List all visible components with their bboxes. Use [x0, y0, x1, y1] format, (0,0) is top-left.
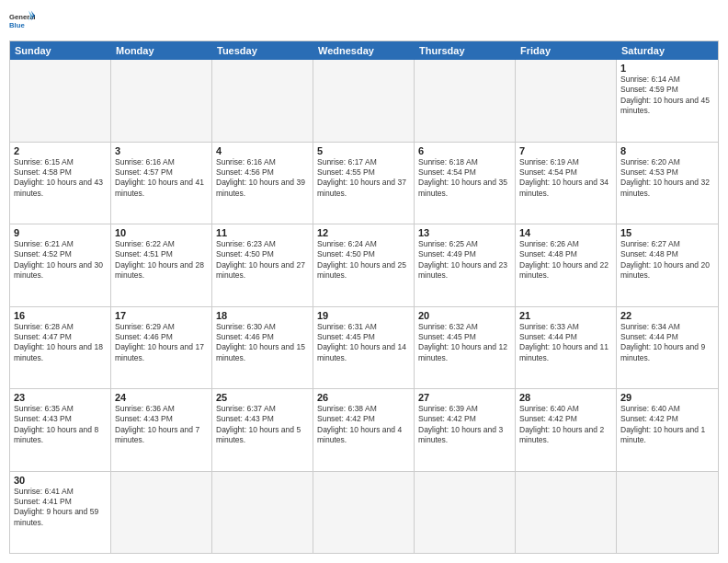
cell-info: Sunrise: 6:28 AM Sunset: 4:47 PM Dayligh…: [14, 322, 107, 364]
cell-info: Sunrise: 6:39 AM Sunset: 4:42 PM Dayligh…: [418, 404, 511, 446]
calendar-cell: 7Sunrise: 6:19 AM Sunset: 4:54 PM Daylig…: [516, 143, 617, 224]
cell-info: Sunrise: 6:31 AM Sunset: 4:45 PM Dayligh…: [317, 322, 410, 364]
page: General Blue SundayMondayTuesdayWednesda…: [0, 0, 728, 563]
day-header-tuesday: Tuesday: [212, 41, 313, 60]
calendar-cell: 20Sunrise: 6:32 AM Sunset: 4:45 PM Dayli…: [415, 307, 516, 389]
cell-info: Sunrise: 6:34 AM Sunset: 4:44 PM Dayligh…: [620, 322, 714, 364]
calendar-cell: 8Sunrise: 6:20 AM Sunset: 4:53 PM Daylig…: [617, 143, 718, 224]
cell-date: 8: [620, 145, 714, 156]
cell-date: 11: [216, 227, 309, 238]
cell-info: Sunrise: 6:40 AM Sunset: 4:42 PM Dayligh…: [620, 404, 714, 446]
calendar-cell: 6Sunrise: 6:18 AM Sunset: 4:54 PM Daylig…: [415, 143, 516, 224]
calendar-cell: 24Sunrise: 6:36 AM Sunset: 4:43 PM Dayli…: [111, 389, 212, 471]
cell-date: 2: [14, 145, 107, 156]
cell-info: Sunrise: 6:29 AM Sunset: 4:46 PM Dayligh…: [115, 322, 208, 364]
cell-date: 3: [115, 145, 208, 156]
cell-info: Sunrise: 6:16 AM Sunset: 4:57 PM Dayligh…: [115, 157, 208, 200]
calendar-body: 1Sunrise: 6:14 AM Sunset: 4:59 PM Daylig…: [10, 60, 718, 553]
cell-info: Sunrise: 6:36 AM Sunset: 4:43 PM Dayligh…: [115, 404, 208, 446]
calendar-cell: 25Sunrise: 6:37 AM Sunset: 4:43 PM Dayli…: [212, 389, 313, 471]
calendar-cell: 26Sunrise: 6:38 AM Sunset: 4:42 PM Dayli…: [313, 389, 415, 471]
cell-info: Sunrise: 6:17 AM Sunset: 4:55 PM Dayligh…: [317, 157, 410, 200]
calendar-cell: [415, 472, 516, 554]
cell-info: Sunrise: 6:23 AM Sunset: 4:50 PM Dayligh…: [216, 239, 309, 282]
calendar-cell: [111, 472, 212, 554]
calendar-row: 30Sunrise: 6:41 AM Sunset: 4:41 PM Dayli…: [10, 472, 718, 554]
cell-date: 10: [115, 227, 208, 238]
cell-date: 26: [317, 392, 410, 403]
cell-date: 13: [418, 227, 511, 238]
cell-info: Sunrise: 6:19 AM Sunset: 4:54 PM Dayligh…: [519, 157, 612, 200]
calendar-cell: [111, 60, 212, 142]
day-header-wednesday: Wednesday: [313, 41, 415, 60]
calendar-cell: 13Sunrise: 6:25 AM Sunset: 4:49 PM Dayli…: [415, 224, 516, 306]
cell-date: 1: [620, 63, 714, 74]
calendar-row: 23Sunrise: 6:35 AM Sunset: 4:43 PM Dayli…: [10, 389, 718, 472]
cell-info: Sunrise: 6:20 AM Sunset: 4:53 PM Dayligh…: [620, 157, 714, 200]
calendar-cell: 29Sunrise: 6:40 AM Sunset: 4:42 PM Dayli…: [617, 389, 718, 471]
calendar-cell: 23Sunrise: 6:35 AM Sunset: 4:43 PM Dayli…: [10, 389, 111, 471]
cell-info: Sunrise: 6:41 AM Sunset: 4:41 PM Dayligh…: [14, 487, 107, 529]
cell-info: Sunrise: 6:37 AM Sunset: 4:43 PM Dayligh…: [216, 404, 309, 446]
cell-date: 6: [418, 145, 511, 156]
cell-info: Sunrise: 6:16 AM Sunset: 4:56 PM Dayligh…: [216, 157, 309, 200]
cell-date: 24: [115, 392, 208, 403]
calendar-cell: 22Sunrise: 6:34 AM Sunset: 4:44 PM Dayli…: [617, 307, 718, 389]
calendar-cell: [516, 472, 617, 554]
calendar-cell: 14Sunrise: 6:26 AM Sunset: 4:48 PM Dayli…: [516, 224, 617, 306]
cell-date: 27: [418, 392, 511, 403]
cell-info: Sunrise: 6:30 AM Sunset: 4:46 PM Dayligh…: [216, 322, 309, 364]
cell-date: 23: [14, 392, 107, 403]
day-headers: SundayMondayTuesdayWednesdayThursdayFrid…: [10, 41, 718, 60]
calendar-cell: [212, 472, 313, 554]
calendar-cell: [212, 60, 313, 142]
cell-date: 19: [317, 310, 410, 321]
calendar-row: 9Sunrise: 6:21 AM Sunset: 4:52 PM Daylig…: [10, 224, 718, 307]
day-header-sunday: Sunday: [10, 41, 111, 60]
calendar-cell: 18Sunrise: 6:30 AM Sunset: 4:46 PM Dayli…: [212, 307, 313, 389]
calendar-cell: [617, 472, 718, 554]
calendar-cell: 16Sunrise: 6:28 AM Sunset: 4:47 PM Dayli…: [10, 307, 111, 389]
logo-icon: General Blue: [9, 9, 35, 35]
calendar-cell: [313, 60, 415, 142]
calendar-cell: 19Sunrise: 6:31 AM Sunset: 4:45 PM Dayli…: [313, 307, 415, 389]
cell-info: Sunrise: 6:26 AM Sunset: 4:48 PM Dayligh…: [519, 239, 612, 282]
day-header-monday: Monday: [111, 41, 212, 60]
cell-info: Sunrise: 6:32 AM Sunset: 4:45 PM Dayligh…: [418, 322, 511, 364]
cell-info: Sunrise: 6:22 AM Sunset: 4:51 PM Dayligh…: [115, 239, 208, 282]
cell-date: 17: [115, 310, 208, 321]
cell-date: 12: [317, 227, 410, 238]
header: General Blue: [9, 9, 719, 35]
cell-info: Sunrise: 6:27 AM Sunset: 4:48 PM Dayligh…: [620, 239, 714, 282]
calendar-cell: 27Sunrise: 6:39 AM Sunset: 4:42 PM Dayli…: [415, 389, 516, 471]
calendar-cell: 3Sunrise: 6:16 AM Sunset: 4:57 PM Daylig…: [111, 143, 212, 224]
calendar-cell: [415, 60, 516, 142]
cell-date: 22: [620, 310, 714, 321]
cell-date: 15: [620, 227, 714, 238]
cell-info: Sunrise: 6:24 AM Sunset: 4:50 PM Dayligh…: [317, 239, 410, 282]
cell-date: 25: [216, 392, 309, 403]
calendar-cell: 28Sunrise: 6:40 AM Sunset: 4:42 PM Dayli…: [516, 389, 617, 471]
cell-info: Sunrise: 6:18 AM Sunset: 4:54 PM Dayligh…: [418, 157, 511, 200]
cell-date: 16: [14, 310, 107, 321]
calendar-cell: 10Sunrise: 6:22 AM Sunset: 4:51 PM Dayli…: [111, 224, 212, 306]
cell-date: 29: [620, 392, 714, 403]
cell-info: Sunrise: 6:33 AM Sunset: 4:44 PM Dayligh…: [519, 322, 612, 364]
cell-date: 4: [216, 145, 309, 156]
day-header-saturday: Saturday: [617, 41, 718, 60]
cell-date: 18: [216, 310, 309, 321]
calendar-cell: 2Sunrise: 6:15 AM Sunset: 4:58 PM Daylig…: [10, 143, 111, 224]
calendar-cell: [516, 60, 617, 142]
cell-info: Sunrise: 6:35 AM Sunset: 4:43 PM Dayligh…: [14, 404, 107, 446]
calendar-cell: 5Sunrise: 6:17 AM Sunset: 4:55 PM Daylig…: [313, 143, 415, 224]
cell-date: 9: [14, 227, 107, 238]
calendar-cell: 21Sunrise: 6:33 AM Sunset: 4:44 PM Dayli…: [516, 307, 617, 389]
calendar-cell: 17Sunrise: 6:29 AM Sunset: 4:46 PM Dayli…: [111, 307, 212, 389]
calendar-cell: [10, 60, 111, 142]
logo: General Blue: [9, 9, 35, 35]
cell-info: Sunrise: 6:15 AM Sunset: 4:58 PM Dayligh…: [14, 157, 107, 200]
calendar-cell: [313, 472, 415, 554]
calendar-cell: 11Sunrise: 6:23 AM Sunset: 4:50 PM Dayli…: [212, 224, 313, 306]
calendar: SundayMondayTuesdayWednesdayThursdayFrid…: [9, 40, 719, 554]
cell-info: Sunrise: 6:14 AM Sunset: 4:59 PM Dayligh…: [620, 75, 714, 117]
